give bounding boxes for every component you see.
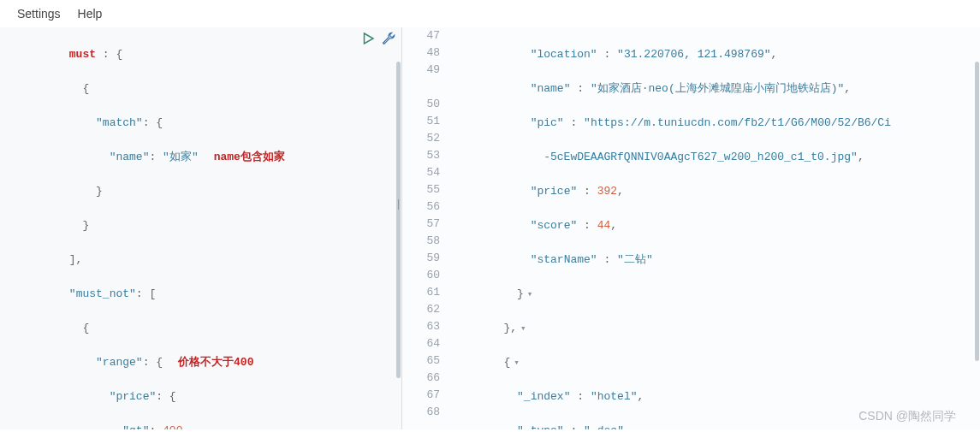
- menu-settings[interactable]: Settings: [17, 7, 61, 21]
- annot-price: 价格不大于400: [178, 356, 253, 369]
- editor-split: must : { { "match": { "name": "如家"name包含…: [0, 27, 980, 429]
- menu-help[interactable]: Help: [78, 7, 103, 21]
- annot-name: name包含如家: [214, 151, 285, 163]
- editor-actions: [360, 31, 396, 50]
- scrollbar-thumb[interactable]: [396, 62, 401, 378]
- fold-icon[interactable]: ▾: [527, 286, 533, 303]
- response-code[interactable]: "location" : "31.220706, 121.498769", "n…: [402, 27, 980, 429]
- run-icon[interactable]: [360, 31, 376, 50]
- scrollbar-thumb[interactable]: [975, 62, 979, 361]
- wrench-icon[interactable]: [381, 31, 396, 50]
- query-code[interactable]: must : { { "match": { "name": "如家"name包含…: [0, 27, 401, 429]
- fold-icon[interactable]: ▾: [520, 320, 526, 337]
- response-pane: 4748495051525354555657585960616263646566…: [402, 27, 980, 429]
- fold-icon[interactable]: ▾: [514, 354, 520, 371]
- menu-bar: Settings Help: [0, 0, 980, 27]
- query-editor-pane: must : { { "match": { "name": "如家"name包含…: [0, 27, 402, 429]
- watermark: CSDN @陶然同学: [858, 409, 956, 424]
